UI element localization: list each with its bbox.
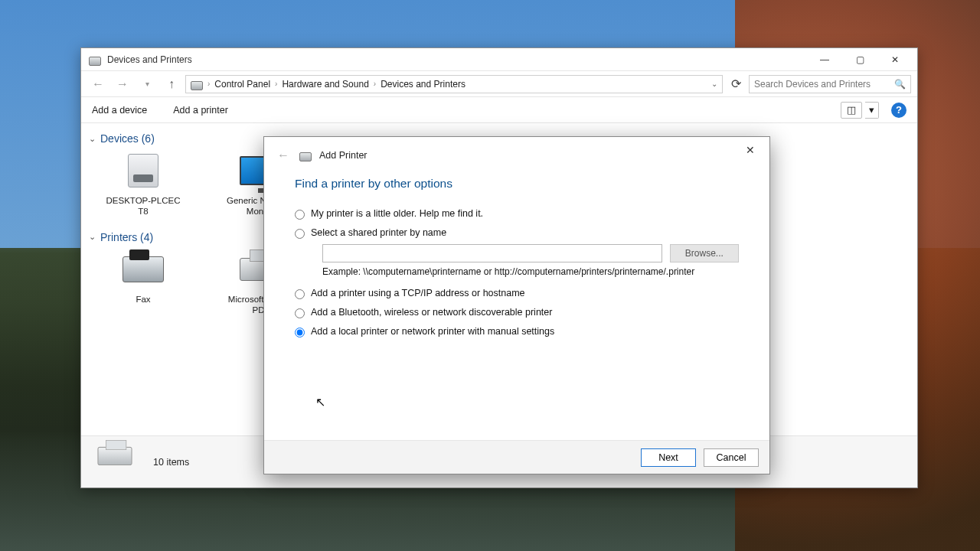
status-text: 10 items (153, 457, 189, 468)
chevron-right-icon: › (207, 80, 210, 88)
example-text: Example: \\computername\printername or h… (322, 266, 739, 278)
option-bluetooth[interactable]: Add a Bluetooth, wireless or network dis… (295, 303, 739, 322)
option-label: Add a local printer or network printer w… (311, 326, 554, 337)
printer-label: Fax (136, 294, 150, 305)
search-box[interactable]: Search Devices and Printers 🔍 (749, 75, 911, 93)
search-placeholder: Search Devices and Printers (754, 79, 871, 90)
group-label: Devices (6) (100, 132, 155, 145)
option-older-printer[interactable]: My printer is a little older. Help me fi… (295, 204, 739, 223)
nav-forward-icon[interactable]: → (112, 73, 133, 95)
radio-older[interactable] (295, 210, 305, 220)
option-label: Add a Bluetooth, wireless or network dis… (311, 307, 552, 318)
chevron-right-icon: › (374, 80, 376, 88)
chevron-down-icon: ⌄ (89, 134, 96, 144)
option-label: Add a printer using a TCP/IP address or … (311, 288, 525, 298)
maximize-button[interactable]: ▢ (842, 48, 877, 71)
radio-bluetooth[interactable] (295, 308, 305, 318)
status-icon (93, 445, 138, 480)
nav-recent-icon[interactable]: ▾ (136, 73, 158, 95)
breadcrumb-item[interactable]: Hardware and Sound (282, 79, 368, 90)
radio-local-manual[interactable] (295, 328, 305, 337)
dialog-header: ← Add Printer ✕ (264, 137, 769, 174)
desktop-pc-icon (119, 149, 168, 192)
close-button[interactable]: ✕ (877, 48, 913, 71)
dialog-heading: Find a printer by other options (264, 174, 769, 198)
dialog-body: My printer is a little older. Help me fi… (264, 198, 769, 440)
add-printer-dialog: ← Add Printer ✕ Find a printer by other … (263, 136, 770, 474)
printer-item[interactable]: Fax (101, 248, 185, 316)
cancel-button[interactable]: Cancel (704, 448, 759, 467)
shared-printer-row: Browse... (322, 244, 739, 262)
address-bar: ← → ▾ ↑ › Control Panel › Hardware and S… (81, 71, 917, 97)
shared-printer-input[interactable] (322, 244, 662, 262)
chevron-right-icon: › (275, 80, 277, 88)
view-mode-dropdown[interactable]: ▾ (865, 102, 879, 119)
option-local-manual[interactable]: Add a local printer or network printer w… (295, 322, 739, 341)
command-bar: Add a device Add a printer ◫ ▾ ? (81, 97, 917, 123)
search-icon: 🔍 (894, 79, 906, 90)
next-button[interactable]: Next (641, 448, 696, 467)
add-device-link[interactable]: Add a device (92, 105, 147, 116)
fax-icon (119, 248, 168, 291)
window-title: Devices and Printers (107, 54, 192, 65)
radio-tcpip[interactable] (295, 289, 305, 299)
help-icon[interactable]: ? (891, 103, 906, 118)
printer-icon (191, 81, 203, 90)
dialog-close-button[interactable]: ✕ (736, 140, 765, 160)
chevron-down-icon[interactable]: ⌄ (711, 80, 717, 88)
option-label: Select a shared printer by name (311, 227, 446, 238)
minimize-button[interactable]: — (807, 48, 842, 71)
printer-icon (89, 57, 101, 66)
titlebar: Devices and Printers — ▢ ✕ (81, 48, 917, 71)
add-printer-link[interactable]: Add a printer (173, 105, 228, 116)
breadcrumb[interactable]: › Control Panel › Hardware and Sound › D… (185, 75, 723, 93)
dialog-footer: Next Cancel (264, 440, 769, 474)
device-item[interactable]: DESKTOP-PLCEC T8 (101, 149, 185, 217)
view-mode-button[interactable]: ◫ (841, 102, 862, 119)
printer-icon (299, 152, 312, 161)
group-label: Printers (4) (100, 231, 153, 243)
radio-shared[interactable] (295, 229, 305, 239)
device-label: DESKTOP-PLCEC T8 (101, 195, 185, 217)
nav-up-icon[interactable]: ↑ (161, 73, 182, 95)
breadcrumb-item[interactable]: Control Panel (214, 79, 270, 90)
back-icon[interactable]: ← (275, 148, 292, 162)
breadcrumb-item[interactable]: Devices and Printers (381, 79, 466, 90)
chevron-down-icon: ⌄ (89, 232, 96, 242)
option-tcpip[interactable]: Add a printer using a TCP/IP address or … (295, 284, 739, 303)
refresh-button[interactable]: ⟳ (726, 77, 746, 91)
browse-button[interactable]: Browse... (670, 244, 739, 262)
option-label: My printer is a little older. Help me fi… (311, 208, 483, 219)
nav-back-icon[interactable]: ← (87, 73, 109, 95)
wizard-title: Add Printer (319, 150, 368, 161)
option-shared-printer[interactable]: Select a shared printer by name (295, 223, 739, 243)
